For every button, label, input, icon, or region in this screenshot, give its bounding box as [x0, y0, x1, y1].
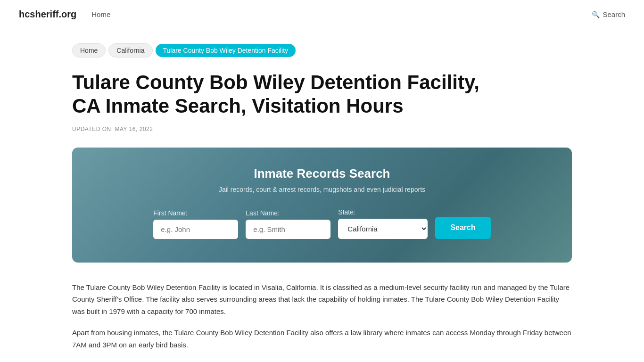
- widget-subtitle: Jail records, court & arrest records, mu…: [100, 186, 544, 193]
- search-icon: 🔍: [592, 11, 600, 18]
- first-name-label: First Name:: [153, 209, 187, 217]
- header-search-label[interactable]: Search: [603, 10, 625, 18]
- first-name-input[interactable]: [153, 220, 238, 239]
- inmate-search-widget: Inmate Records Search Jail records, cour…: [72, 148, 572, 263]
- page-title: Tulare County Bob Wiley Detention Facili…: [72, 71, 496, 118]
- site-logo[interactable]: hcsheriff.org: [19, 9, 76, 20]
- last-name-group: Last Name:: [246, 209, 330, 239]
- updated-date-value: MAY 16, 2022: [115, 126, 153, 132]
- breadcrumb: Home California Tulare County Bob Wiley …: [72, 43, 572, 58]
- body-paragraph-1: The Tulare County Bob Wiley Detention Fa…: [72, 281, 572, 318]
- last-name-input[interactable]: [246, 220, 330, 239]
- state-label: State:: [338, 208, 355, 216]
- breadcrumb-california[interactable]: California: [108, 43, 152, 58]
- nav-home-link[interactable]: Home: [91, 10, 110, 18]
- state-group: State: California Alabama Alaska Arizona…: [338, 208, 428, 239]
- search-form: First Name: Last Name: State: California…: [100, 208, 544, 239]
- breadcrumb-current: Tulare County Bob Wiley Detention Facili…: [156, 44, 296, 57]
- widget-title: Inmate Records Search: [100, 166, 544, 181]
- updated-date: UPDATED ON: MAY 16, 2022: [72, 126, 572, 132]
- header-search[interactable]: 🔍 Search: [592, 10, 625, 18]
- state-select[interactable]: California Alabama Alaska Arizona Arkans…: [338, 219, 428, 239]
- updated-prefix: UPDATED ON:: [72, 126, 113, 132]
- search-button[interactable]: Search: [435, 217, 490, 239]
- last-name-label: Last Name:: [246, 209, 280, 217]
- site-header: hcsheriff.org Home 🔍 Search: [0, 0, 644, 29]
- body-paragraph-2: Apart from housing inmates, the Tulare C…: [72, 327, 572, 351]
- header-left: hcsheriff.org Home: [19, 9, 110, 20]
- main-content: Home California Tulare County Bob Wiley …: [53, 29, 591, 362]
- first-name-group: First Name:: [153, 209, 238, 239]
- breadcrumb-home[interactable]: Home: [72, 43, 106, 58]
